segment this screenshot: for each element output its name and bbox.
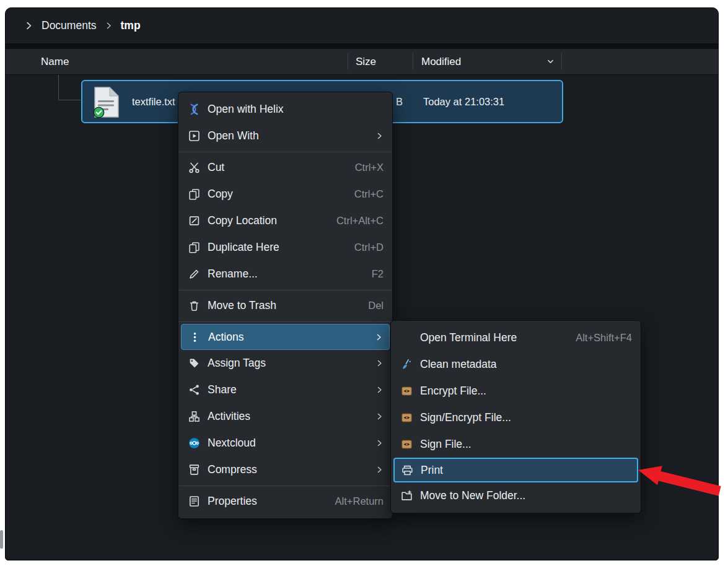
chevron-right-icon (375, 132, 384, 140)
tree-indent-line (58, 75, 81, 100)
menu-item-label: Encrypt File... (420, 385, 632, 398)
column-header-modified[interactable]: Modified (421, 49, 461, 75)
cut-icon (188, 162, 201, 174)
actions-icon (188, 331, 201, 343)
trash-icon (188, 300, 201, 312)
menu-item-actions[interactable]: Actions (181, 324, 390, 350)
page-scrollbar-thumb[interactable] (0, 530, 3, 549)
menu-item-open-terminal-here[interactable]: Open Terminal Here Alt+Shift+F4 (391, 325, 641, 351)
chevron-down-icon[interactable] (546, 57, 555, 66)
menu-item-cut[interactable]: Cut Ctrl+X (178, 154, 392, 181)
menu-item-compress[interactable]: Compress (178, 456, 392, 483)
properties-icon (188, 495, 201, 508)
clean-metadata-icon (400, 359, 413, 371)
activities-icon (188, 411, 201, 423)
menu-item-label: Assign Tags (208, 357, 368, 370)
menu-item-shortcut: F2 (372, 268, 384, 280)
menu-item-rename[interactable]: Rename... F2 (178, 261, 392, 287)
encrypt-file-icon (400, 385, 413, 398)
menu-item-label: Sign/Encrypt File... (420, 411, 632, 424)
menu-item-move-to-new-folder[interactable]: Move to New Folder... (391, 482, 641, 509)
menu-item-copy[interactable]: Copy Ctrl+C (178, 181, 392, 207)
breadcrumb-item-tmp[interactable]: tmp (121, 19, 141, 32)
chevron-right-icon (24, 21, 33, 30)
chevron-right-icon (375, 333, 383, 341)
menu-item-label: Duplicate Here (208, 241, 343, 254)
menu-item-label: Cut (208, 161, 344, 174)
file-name: textfile.txt (132, 81, 175, 122)
nextcloud-icon (188, 437, 201, 450)
column-divider (561, 53, 562, 70)
breadcrumb-item-documents[interactable]: Documents (42, 19, 97, 32)
duplicate-icon (188, 242, 201, 254)
share-icon (188, 384, 201, 396)
copy-location-icon (188, 215, 201, 227)
menu-item-share[interactable]: Share (178, 377, 392, 403)
column-header-name[interactable]: Name (41, 49, 69, 75)
text-file-icon (93, 86, 120, 120)
menu-item-shortcut: Ctrl+Alt+C (336, 215, 384, 227)
menu-item-label: Rename... (208, 268, 361, 281)
menu-item-label: Open Terminal Here (420, 331, 564, 344)
menu-separator (179, 152, 392, 152)
tag-icon (188, 357, 201, 370)
icon-placeholder (400, 332, 413, 344)
chevron-right-icon (375, 439, 384, 447)
menu-item-label: Share (208, 383, 368, 396)
column-header-size[interactable]: Size (356, 49, 376, 75)
menu-item-label: Move to Trash (208, 299, 357, 312)
menu-item-shortcut: Alt+Shift+F4 (576, 332, 632, 344)
menu-item-duplicate-here[interactable]: Duplicate Here Ctrl+D (178, 234, 392, 261)
new-folder-icon (400, 490, 413, 502)
menu-item-open-with[interactable]: Open With (178, 123, 392, 149)
column-divider (348, 53, 348, 70)
file-modified: Today at 21:03:31 (423, 81, 504, 122)
menu-item-label: Actions (208, 331, 367, 344)
menu-item-properties[interactable]: Properties Alt+Return (178, 488, 392, 515)
menu-item-activities[interactable]: Activities (178, 403, 392, 430)
menu-item-label: Move to New Folder... (420, 489, 632, 502)
copy-icon (188, 188, 201, 201)
context-menu: Open with Helix Open With Cut Ctrl+X Cop… (178, 92, 393, 519)
chevron-right-icon (375, 386, 384, 394)
menu-item-label: Open with Helix (208, 103, 384, 116)
open-with-icon (188, 130, 201, 142)
menu-item-label: Clean metadata (420, 358, 632, 371)
menu-item-move-to-trash[interactable]: Move to Trash Del (178, 292, 392, 319)
column-divider (413, 53, 413, 70)
menu-item-open-with-helix[interactable]: Open with Helix (178, 96, 392, 123)
menu-item-label: Sign File... (420, 438, 632, 451)
menu-item-print[interactable]: Print (393, 458, 638, 482)
menu-item-label: Properties (208, 495, 324, 508)
menu-item-label: Open With (208, 129, 368, 142)
menu-item-label: Activities (208, 410, 368, 423)
menu-item-assign-tags[interactable]: Assign Tags (178, 350, 392, 377)
breadcrumb-bar: Documents tmp (6, 8, 718, 44)
rename-icon (188, 268, 201, 281)
menu-item-sign-file[interactable]: Sign File... (391, 431, 641, 458)
menu-item-copy-location[interactable]: Copy Location Ctrl+Alt+C (178, 207, 392, 234)
menu-item-clean-metadata[interactable]: Clean metadata (391, 351, 641, 378)
menu-item-shortcut: Del (368, 300, 384, 312)
chevron-right-icon (375, 412, 384, 421)
menu-separator (179, 290, 392, 290)
chevron-right-icon (375, 466, 384, 474)
menu-item-nextcloud[interactable]: Nextcloud (178, 430, 392, 456)
sign-file-icon (400, 438, 413, 451)
menu-separator (179, 486, 392, 486)
column-header-row: Name Size Modified (6, 49, 718, 75)
menu-item-label: Compress (208, 463, 368, 476)
print-icon (401, 464, 414, 476)
menu-item-label: Nextcloud (208, 437, 368, 450)
actions-submenu: Open Terminal Here Alt+Shift+F4 Clean me… (390, 320, 641, 513)
helix-icon (188, 103, 201, 116)
menu-item-shortcut: Ctrl+C (354, 188, 384, 200)
menu-item-sign-encrypt-file[interactable]: Sign/Encrypt File... (391, 404, 641, 431)
chevron-right-icon (375, 359, 384, 367)
menu-item-label: Print (421, 464, 631, 477)
menu-item-shortcut: Ctrl+D (354, 242, 384, 253)
menu-separator (179, 321, 392, 322)
chevron-right-icon (105, 22, 113, 30)
menu-item-shortcut: Alt+Return (335, 495, 384, 507)
menu-item-encrypt-file[interactable]: Encrypt File... (391, 378, 641, 404)
